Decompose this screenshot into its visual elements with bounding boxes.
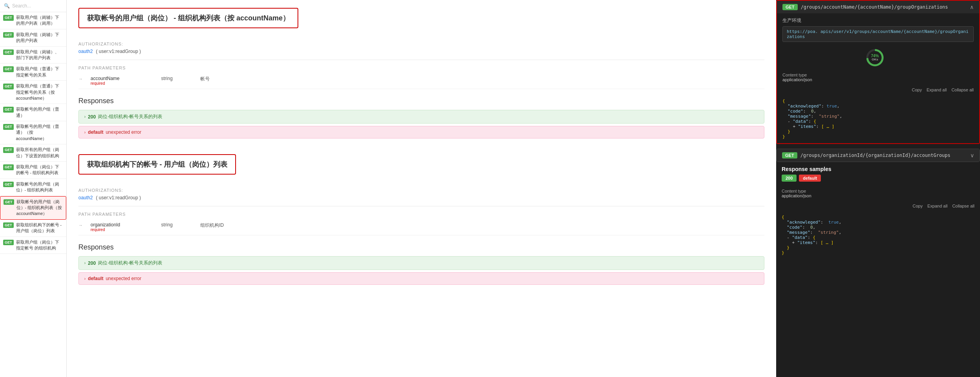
param-row-1: → accountName required string 帐号 (78, 73, 764, 89)
right-panel: GET /groups/accountName/{accountName}/gr… (776, 0, 980, 377)
sidebar-item-9[interactable]: GET 获取用户组（岗位）下的帐号 - 组织机构列表 (0, 162, 66, 179)
content-type-label-1: Content type (782, 73, 974, 77)
response-desc-default-2: unexpected error (106, 276, 142, 281)
chevron-icon: › (84, 261, 85, 265)
json-line: - "data": { (782, 119, 974, 124)
content-type-block-2: Content type application/json (776, 186, 980, 201)
collapse-all-button-2[interactable]: Collapse all (952, 204, 975, 208)
json-line: - "data": { (782, 235, 975, 240)
json-line: "message": "string", (782, 114, 974, 119)
response-tabs: 200 default (776, 175, 980, 186)
sidebar-item-11[interactable]: GET 获取帐号的用户组（岗位）- 组织机构列表（按 accountName） (0, 196, 66, 220)
resp-tab-default[interactable]: default (799, 175, 821, 182)
resp-tab-200[interactable]: 200 (782, 175, 797, 182)
method-badge: GET (3, 124, 14, 130)
sidebar-item-7[interactable]: GET 获取帐号的用户组（普通）（按 accountName） (0, 121, 66, 144)
sidebar: 🔍 Search... GET 获取用户组（岗辅）下的用户列表（岗用） GET … (0, 0, 67, 377)
collapse-all-button-1[interactable]: Collapse all (951, 87, 974, 92)
param-name-block-1: accountName required (91, 76, 153, 86)
auth-line-1: oauth2 ( user:v1:readGroup ) (78, 49, 764, 54)
api-request-block-2: GET /groups/organizationId/{organization… (776, 149, 980, 162)
sidebar-item-label: 获取用户组（岗辅）、部门下的用户列表 (16, 49, 63, 61)
response-code-200-1: 200 (88, 114, 96, 120)
auth-scope-2: ( user:v1:readGroup ) (96, 195, 141, 200)
sidebar-item-label: 获取帐号的用户组（岗位）- 组织机构列表（按 accountName） (16, 199, 63, 217)
sidebar-item-1[interactable]: GET 获取用户组（岗辅）下的用户列表（岗用） (0, 12, 66, 29)
search-placeholder: Search... (12, 3, 31, 9)
expand-all-button-2[interactable]: Expand all (927, 204, 947, 208)
auth-link-1[interactable]: oauth2 (78, 49, 93, 54)
sidebar-item-8[interactable]: GET 获取所有的用户组（岗位）下设置的组织机构 (0, 144, 66, 162)
auth-line-2: oauth2 ( user:v1:readGroup ) (78, 195, 764, 200)
content-type-label-2: Content type (782, 189, 975, 193)
response-200-1[interactable]: › 200 岗位-组织机构-帐号关系的列表 (78, 110, 764, 124)
response-default-2[interactable]: › default unexpected error (78, 272, 764, 285)
sidebar-item-label: 获取用户组（岗位）下指定帐号 的组织机构 (16, 239, 63, 251)
param-name-block-2: organizationId required (91, 222, 153, 232)
method-badge: GET (3, 84, 14, 89)
chevron-icon: › (84, 130, 85, 135)
sidebar-item-10[interactable]: GET 获取帐号的用户组（岗位）- 组织机构列表 (0, 179, 66, 196)
sidebar-item-6[interactable]: GET 获取帐号的用户组（普通） (0, 104, 66, 121)
api-section-1: 获取帐号的用户组（岗位） - 组织机构列表（按 accountName） AUT… (78, 8, 764, 138)
sidebar-item-label: 获取帐号的用户组（普通） (16, 106, 63, 118)
divider-2 (78, 206, 764, 206)
sidebar-item-label: 获取帐号的用户组（普通）（按 accountName） (16, 124, 63, 142)
auth-link-2[interactable]: oauth2 (78, 195, 93, 200)
copy-button-2[interactable]: Copy (913, 204, 923, 208)
response-desc-200-1: 岗位-组织机构-帐号关系的列表 (98, 113, 162, 120)
sidebar-item-3[interactable]: GET 获取用户组（岗辅）、部门下的用户列表 (0, 47, 66, 64)
chevron-icon: › (84, 277, 85, 281)
response-samples-section: Response samples 200 default Content typ… (776, 162, 980, 259)
param-desc-2: 组织机构ID (200, 222, 224, 229)
search-bar[interactable]: 🔍 Search... (0, 0, 66, 12)
method-badge: GET (3, 32, 14, 38)
json-line: { (782, 215, 975, 220)
responses-title-2: Responses (78, 243, 764, 251)
content-type-val-2: application/json (782, 193, 975, 198)
param-type-1: string (161, 76, 192, 81)
copy-button-1[interactable]: Copy (912, 87, 922, 92)
method-badge: GET (3, 222, 14, 228)
expand-all-button-1[interactable]: Expand all (927, 87, 947, 92)
response-default-1[interactable]: › default unexpected error (78, 126, 764, 138)
param-arrow-1: → (78, 76, 83, 81)
chevron-down-icon-2[interactable]: ∨ (970, 152, 974, 158)
env-url-1: https://poa. apis/user/v1/groups/account… (782, 26, 974, 42)
param-name-2: organizationId (91, 222, 153, 228)
request-method-1: GET (782, 4, 798, 10)
json-line: } (782, 245, 975, 250)
method-badge: GET (3, 147, 14, 153)
response-200-2[interactable]: › 200 岗位-组织机构-帐号关系的列表 (78, 256, 764, 270)
method-badge: GET (3, 240, 14, 246)
json-block-1: { "acknowleged": true, "code": 0, "messa… (777, 95, 979, 143)
env-url-text-1: https://poa. apis/user/v1/groups/account… (787, 29, 969, 39)
sidebar-item-label: 获取组织机构下的帐号 - 用户组（岗位）列表 (16, 222, 63, 234)
sidebar-item-2[interactable]: GET 获取用户组（岗辅）下的用户列表 (0, 29, 66, 47)
method-badge: GET (3, 66, 14, 72)
sidebar-item-5[interactable]: GET 获取用户组（普通）下指定帐号的关系（按 accountName） (0, 81, 66, 104)
sidebar-item-12[interactable]: GET 获取组织机构下的帐号 - 用户组（岗位）列表 (0, 220, 66, 237)
json-line: + "items": [ … ] (782, 124, 974, 129)
json-block-2: { "acknowleged": true, "code": 0, "messa… (776, 211, 980, 259)
param-desc-1: 帐号 (200, 76, 210, 82)
json-line: { (782, 98, 974, 104)
api-title-2: 获取组织机构下的帐号 - 用户组（岗位）列表 (78, 154, 236, 175)
json-line: "code": 0, (782, 109, 974, 114)
json-line: } (782, 129, 974, 134)
sidebar-item-13[interactable]: GET 获取用户组（岗位）下指定帐号 的组织机构 (0, 237, 66, 254)
response-code-default-2: default (88, 276, 103, 281)
content-type-val-1: application/json (782, 77, 974, 82)
json-line: "acknowleged": true, (782, 220, 975, 225)
chevron-up-icon-1[interactable]: ∧ (970, 4, 974, 10)
api-request-block-1: GET /groups/accountName/{accountName}/gr… (776, 0, 980, 144)
json-actions-2: Copy Expand all Collapse all (776, 201, 980, 211)
param-name-1: accountName (91, 76, 153, 81)
param-required-1: required (91, 81, 153, 86)
sidebar-item-4[interactable]: GET 获取用户组（普通）下指定帐号的关系 (0, 64, 66, 81)
json-line: "message": "string", (782, 230, 975, 235)
api-title-1: 获取帐号的用户组（岗位） - 组织机构列表（按 accountName） (78, 8, 298, 28)
method-badge: GET (3, 182, 14, 188)
json-line: "acknowleged": true, (782, 104, 974, 109)
json-line: } (782, 134, 974, 139)
